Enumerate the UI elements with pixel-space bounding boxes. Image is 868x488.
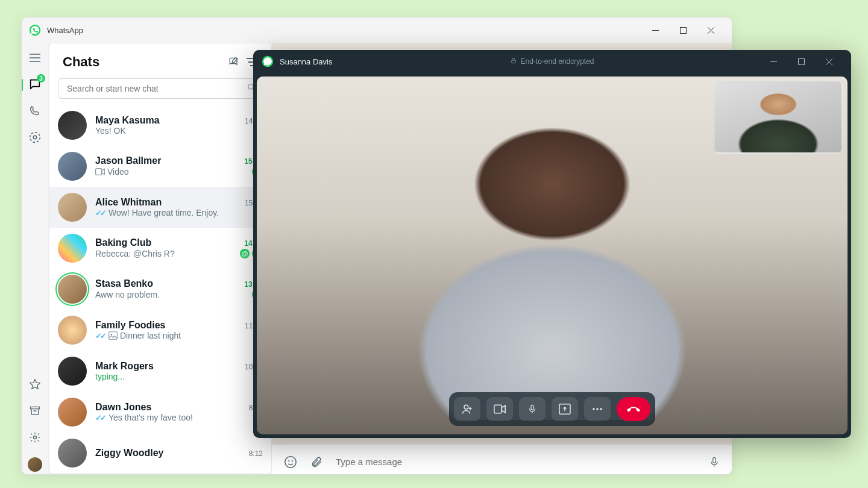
status-tab-icon[interactable] — [28, 131, 42, 144]
call-minimize-button[interactable] — [760, 50, 787, 73]
chat-preview: Yes that's my fave too! — [108, 413, 263, 422]
svg-rect-18 — [531, 405, 533, 410]
photo-icon — [108, 331, 118, 340]
mic-icon[interactable] — [709, 455, 720, 469]
chat-item[interactable]: Stasa Benko13:55 Aww no problem.2 — [49, 269, 271, 310]
svg-point-10 — [288, 460, 289, 461]
chat-preview: Yes! OK — [95, 126, 253, 136]
chat-preview: typing... — [95, 372, 263, 381]
chat-preview: Rebecca: @Chris R? — [95, 249, 237, 258]
screen-share-button[interactable] — [552, 397, 578, 421]
chats-tab-icon[interactable]: 3 — [28, 78, 42, 91]
chat-sidebar: Chats Maya Kasuma14:55 Yes! OK — [49, 43, 272, 474]
settings-icon[interactable] — [28, 431, 42, 444]
svg-point-3 — [30, 133, 40, 143]
chat-item[interactable]: Jason Ballmer15:25 Video3 — [49, 146, 271, 187]
window-controls — [641, 17, 725, 43]
chat-name: Ziggy Woodley — [95, 448, 244, 458]
maximize-button[interactable] — [669, 17, 697, 43]
mention-badge: @ — [240, 249, 250, 258]
svg-point-22 — [600, 408, 602, 410]
svg-rect-17 — [494, 405, 502, 413]
call-close-button[interactable] — [815, 50, 843, 73]
chat-preview: Video — [107, 167, 250, 177]
avatar — [58, 234, 87, 263]
avatar — [58, 275, 87, 304]
avatar — [58, 111, 87, 140]
video-icon — [95, 168, 105, 175]
close-button[interactable] — [697, 17, 725, 43]
call-contact-name: Susanna Davis — [280, 57, 332, 66]
mic-toggle-button[interactable] — [519, 397, 546, 421]
read-tick-icon: ✓✓ — [95, 413, 105, 422]
chat-name: Baking Club — [95, 237, 239, 248]
emoji-icon[interactable] — [284, 455, 297, 469]
attach-icon[interactable] — [310, 455, 322, 469]
archive-icon[interactable] — [28, 404, 42, 418]
chat-item[interactable]: Baking Club14:45 Rebecca: @Chris R?@1 — [49, 228, 271, 269]
more-options-button[interactable] — [584, 397, 611, 421]
avatar — [58, 193, 87, 222]
chat-preview: Aww no problem. — [95, 290, 250, 299]
avatar — [58, 439, 87, 468]
svg-rect-1 — [680, 27, 686, 33]
titlebar: WhatsApp — [22, 17, 732, 43]
avatar — [58, 398, 87, 427]
encryption-label: End-to-end endcrypted — [510, 57, 594, 66]
calls-tab-icon[interactable] — [28, 104, 42, 117]
svg-point-21 — [596, 408, 598, 410]
chat-name: Alice Whitman — [95, 197, 240, 208]
add-participant-button[interactable] — [454, 397, 480, 421]
chat-time: 8:12 — [249, 449, 263, 458]
svg-point-4 — [34, 436, 37, 439]
chat-item[interactable]: Ziggy Woodley8:12 — [49, 433, 271, 474]
chat-item[interactable]: Alice Whitman15:15 ✓✓Wow! Have great tim… — [49, 187, 271, 228]
chat-name: Jason Ballmer — [95, 155, 239, 166]
call-toolbar — [449, 392, 655, 426]
svg-point-2 — [33, 136, 37, 139]
chat-name: Mark Rogers — [95, 361, 240, 372]
app-name: WhatsApp — [47, 26, 83, 35]
call-titlebar: Susanna Davis End-to-end endcrypted — [253, 50, 851, 73]
chat-item[interactable]: Mark Rogers10:55 typing... — [49, 351, 271, 392]
minimize-button[interactable] — [641, 17, 669, 43]
self-video-pip[interactable] — [714, 81, 843, 154]
hangup-button[interactable] — [617, 397, 650, 421]
avatar — [58, 357, 87, 386]
chat-name: Stasa Benko — [95, 278, 239, 289]
svg-rect-7 — [109, 332, 118, 340]
svg-point-20 — [593, 408, 594, 410]
svg-point-9 — [285, 456, 296, 467]
svg-point-11 — [292, 460, 293, 461]
svg-point-8 — [111, 334, 113, 336]
compose-bar — [272, 444, 732, 475]
lock-icon — [510, 57, 517, 66]
svg-rect-14 — [512, 60, 515, 63]
message-input[interactable] — [336, 457, 696, 467]
read-tick-icon: ✓✓ — [95, 331, 105, 340]
svg-rect-6 — [96, 169, 102, 175]
avatar — [58, 152, 87, 181]
chat-item[interactable]: Dawn Jones8:35 ✓✓Yes that's my fave too! — [49, 392, 271, 433]
avatar — [58, 316, 87, 345]
whatsapp-logo-icon — [262, 55, 274, 67]
chat-name: Maya Kasuma — [95, 115, 240, 126]
chat-preview: Wow! Have great time. Enjoy. — [108, 208, 263, 217]
svg-rect-15 — [798, 58, 804, 64]
video-feed — [257, 77, 848, 434]
camera-toggle-button[interactable] — [486, 397, 513, 421]
search-input[interactable] — [58, 78, 263, 99]
profile-avatar[interactable] — [28, 457, 42, 472]
call-maximize-button[interactable] — [787, 50, 815, 73]
menu-icon[interactable] — [28, 51, 42, 64]
starred-icon[interactable] — [28, 378, 42, 391]
chat-item[interactable]: Maya Kasuma14:55 Yes! OK — [49, 105, 271, 146]
whatsapp-logo-icon — [29, 24, 41, 36]
chat-item[interactable]: Family Foodies11:25 ✓✓Dinner last night — [49, 310, 271, 351]
left-rail: 3 — [22, 43, 49, 475]
new-chat-icon[interactable] — [228, 56, 240, 68]
svg-rect-12 — [713, 457, 716, 463]
chats-unread-badge: 3 — [37, 74, 45, 83]
remote-video — [390, 105, 715, 421]
chat-preview: Dinner last night — [120, 331, 263, 340]
